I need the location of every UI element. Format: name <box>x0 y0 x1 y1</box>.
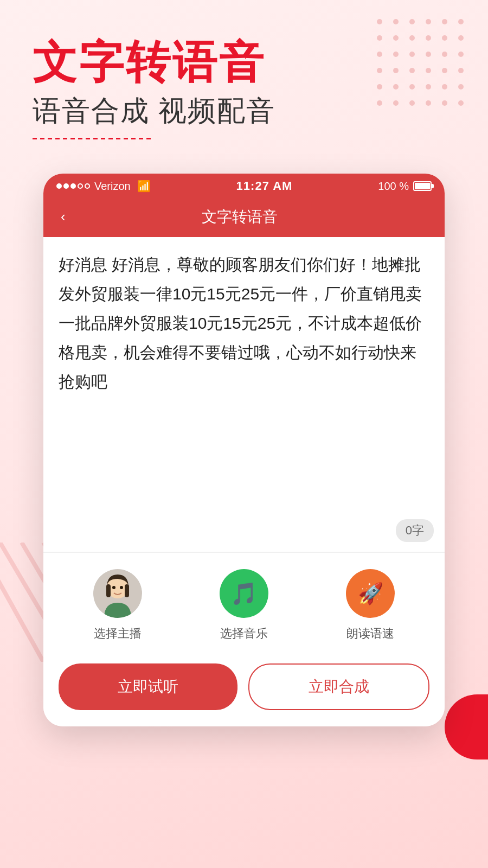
svg-point-11 <box>458 35 464 41</box>
rocket-icon: 🚀 <box>358 582 383 605</box>
text-content[interactable]: 好消息 好消息，尊敬的顾客朋友们你们好！地摊批发外贸服装一律10元15元25元一… <box>59 250 429 467</box>
deco-red-shape <box>445 694 488 760</box>
hero-section: 文字转语音 语音合成 视频配音 <box>33 38 455 139</box>
signal-dot-4 <box>78 183 83 189</box>
app-header: ‹ 文字转语音 <box>43 199 445 237</box>
synthesize-button[interactable]: 立即合成 <box>248 663 429 710</box>
status-bar: Verizon 📶 11:27 AM 100 % <box>43 174 445 199</box>
wifi-icon: 📶 <box>137 180 151 193</box>
signal-dot-1 <box>56 183 62 189</box>
avatar-icon <box>93 569 142 618</box>
svg-point-23 <box>458 68 464 73</box>
svg-point-45 <box>120 586 123 589</box>
hero-title: 文字转语音 <box>33 38 455 87</box>
battery-percent: 100 % <box>378 180 409 193</box>
svg-point-3 <box>426 19 431 24</box>
signal-dots <box>56 183 90 189</box>
svg-point-0 <box>377 19 382 24</box>
battery-fill <box>415 183 430 189</box>
controls-section: 选择主播 🎵 选择音乐 🚀 朗读语速 <box>43 553 445 653</box>
back-button[interactable]: ‹ <box>56 206 70 227</box>
svg-point-1 <box>393 19 399 24</box>
signal-dot-3 <box>70 183 76 189</box>
status-left: Verizon 📶 <box>56 180 151 193</box>
bottom-buttons: 立即试听 立即合成 <box>43 653 445 726</box>
svg-rect-43 <box>125 584 129 597</box>
reading-speed-label: 朗读语速 <box>346 626 394 642</box>
svg-point-5 <box>458 19 464 24</box>
svg-rect-42 <box>106 584 111 597</box>
svg-point-2 <box>409 19 415 24</box>
svg-point-17 <box>458 52 464 57</box>
status-right: 100 % <box>378 180 432 193</box>
select-music-label: 选择音乐 <box>220 626 268 642</box>
hero-subtitle: 语音合成 视频配音 <box>33 92 455 130</box>
text-area-section[interactable]: 好消息 好消息，尊敬的顾客朋友们你们好！地摊批发外贸服装一律10元15元25元一… <box>43 237 445 552</box>
reading-speed-button[interactable]: 🚀 朗读语速 <box>346 569 395 642</box>
music-icon: 🎵 <box>230 581 258 607</box>
battery-icon <box>413 181 432 191</box>
host-avatar <box>93 569 142 618</box>
listen-button[interactable]: 立即试听 <box>59 663 237 710</box>
signal-dot-5 <box>85 183 90 189</box>
select-host-label: 选择主播 <box>94 626 142 642</box>
svg-point-44 <box>112 586 115 589</box>
music-icon-bg: 🎵 <box>220 569 268 618</box>
select-music-button[interactable]: 🎵 选择音乐 <box>220 569 268 642</box>
svg-point-4 <box>442 19 447 24</box>
carrier-label: Verizon <box>94 180 131 193</box>
rocket-icon-bg: 🚀 <box>346 569 395 618</box>
hero-underline <box>33 138 152 139</box>
signal-dot-2 <box>63 183 69 189</box>
select-host-button[interactable]: 选择主播 <box>93 569 142 642</box>
status-time: 11:27 AM <box>236 179 293 193</box>
app-header-title: 文字转语音 <box>70 207 410 227</box>
phone-mockup: Verizon 📶 11:27 AM 100 % ‹ 文字转语音 好消息 好消息… <box>43 174 445 726</box>
word-count-badge: 0字 <box>396 519 434 542</box>
svg-point-29 <box>458 84 464 90</box>
svg-point-35 <box>458 100 464 106</box>
